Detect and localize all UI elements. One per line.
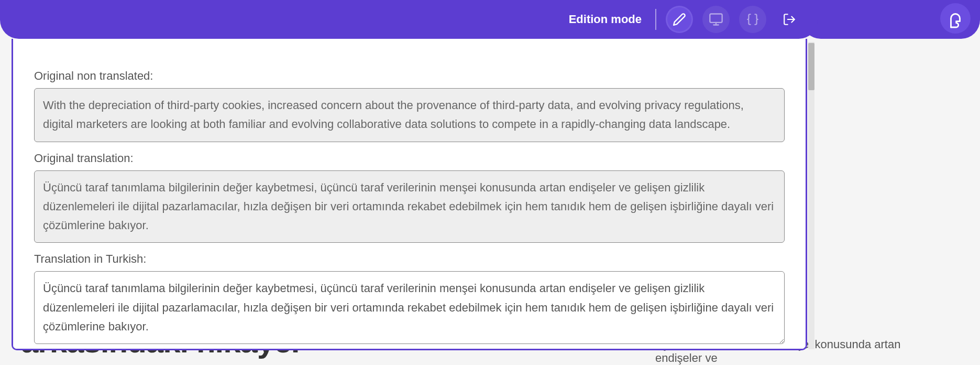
- turkish-translation-input[interactable]: [34, 271, 785, 344]
- scrollbar-thumb[interactable]: [808, 43, 814, 90]
- original-label: Original non translated:: [34, 69, 785, 83]
- topbar: Edition mode: [0, 0, 818, 39]
- turkish-translation-label: Translation in Turkish:: [34, 252, 785, 266]
- translation-modal: Original non translated: With the deprec…: [12, 39, 807, 350]
- divider: [655, 9, 656, 30]
- code-mode-button[interactable]: [739, 6, 766, 33]
- exit-button[interactable]: [776, 6, 803, 33]
- edit-mode-button[interactable]: [666, 6, 693, 33]
- original-translation-label: Original translation:: [34, 152, 785, 165]
- monitor-icon: [709, 12, 723, 27]
- logout-icon: [783, 13, 796, 26]
- svg-rect-0: [710, 14, 722, 23]
- thumb-logo-icon: [946, 8, 964, 29]
- app-logo-button[interactable]: [940, 3, 971, 34]
- original-translation-box: Üçüncü taraf tanımlama bilgilerinin değe…: [34, 170, 785, 243]
- page-scrollbar[interactable]: [808, 42, 814, 349]
- mode-label: Edition mode: [569, 13, 642, 26]
- original-text-box: With the depreciation of third-party coo…: [34, 88, 785, 142]
- braces-icon: [746, 13, 759, 26]
- pencil-icon: [673, 13, 686, 26]
- preview-mode-button[interactable]: [702, 6, 730, 33]
